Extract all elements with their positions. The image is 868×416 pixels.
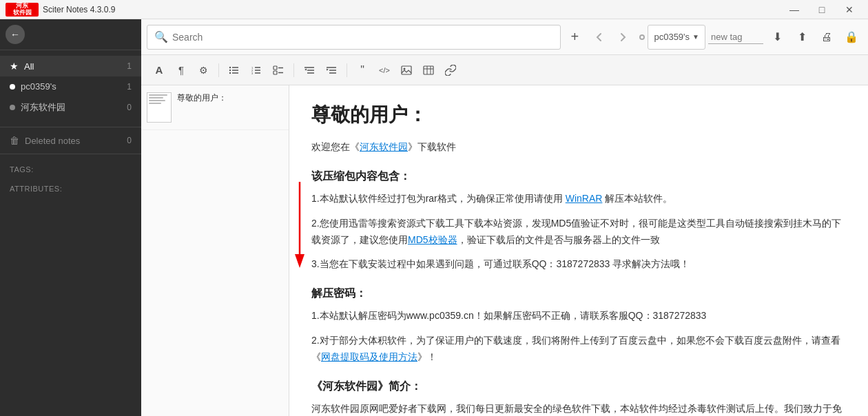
paragraph-icon: ¶ bbox=[178, 64, 184, 76]
svg-rect-12 bbox=[273, 66, 277, 70]
intro3: 河东软件园原网吧爱好者下载网，我们每日更新最安全的绿色软件下载，本站软件均经过杀… bbox=[311, 401, 846, 416]
sidebar-item-deleted[interactable]: 🗑 Deleted notes 0 bbox=[0, 130, 141, 151]
thumb-line bbox=[149, 100, 165, 101]
indent-right-button[interactable] bbox=[322, 61, 341, 80]
svg-point-4 bbox=[229, 69, 231, 70]
sidebar-item-all[interactable]: ★ All 1 bbox=[0, 56, 141, 76]
titlebar-left: 河东软件园 Sciter Notes 4.3.0.9 bbox=[6, 3, 115, 17]
back-icon: ← bbox=[10, 29, 20, 40]
md5-link[interactable]: MD5校验器 bbox=[408, 234, 457, 245]
add-icon: + bbox=[571, 29, 579, 45]
sidebar-deleted-left: 🗑 Deleted notes bbox=[10, 135, 80, 146]
editor-panel[interactable]: 尊敬的用户： 欢迎您在《河东软件园》下载软件 该压缩包内容包含： 1.本站默认软… bbox=[289, 85, 868, 416]
maximize-button[interactable]: □ bbox=[809, 0, 835, 19]
svg-marker-31 bbox=[295, 254, 304, 268]
nav-forward-button[interactable] bbox=[612, 26, 634, 48]
print-button[interactable]: 🖨 bbox=[816, 26, 838, 48]
winrar-link[interactable]: WinRAR bbox=[566, 193, 603, 204]
sidebar-deleted-label: Deleted notes bbox=[25, 136, 80, 146]
nav-back-button[interactable] bbox=[588, 26, 610, 48]
print-icon: 🖨 bbox=[821, 31, 832, 43]
notebook-selector-label: pc0359's bbox=[654, 32, 690, 42]
sidebar-item-pc0359s-left: pc0359's bbox=[10, 81, 56, 92]
unordered-list-button[interactable] bbox=[225, 61, 244, 80]
upload-icon: ⬆ bbox=[798, 30, 807, 43]
paragraph-button[interactable]: ¶ bbox=[172, 61, 191, 80]
toolbar-row: 🔍 + pc0359's ▼ bbox=[141, 19, 868, 55]
note-thumbnail bbox=[147, 92, 172, 123]
item1: 1.本站默认软件经过打包为rar格式，为确保正常使用请使用 WinRAR 解压本… bbox=[311, 191, 846, 207]
sidebar-item-hedong-label: 河东软件园 bbox=[21, 101, 65, 114]
panel-split: 尊敬的用户： 尊敬的用户： 欢迎您在《河东软件园》下载软件 该压缩包内容包含： … bbox=[141, 85, 868, 416]
note-item[interactable]: 尊敬的用户： bbox=[141, 85, 289, 130]
notebook-chevron-icon: ▼ bbox=[692, 33, 699, 41]
section2-title: 解压密码： bbox=[311, 284, 846, 302]
netdisk-link[interactable]: 网盘提取码及使用方法 bbox=[321, 351, 417, 362]
download-icon: ⬇ bbox=[773, 30, 782, 43]
sidebar-item-pc0359s-label: pc0359's bbox=[21, 81, 56, 92]
thumb-line bbox=[149, 94, 167, 96]
thumb-line bbox=[149, 97, 163, 98]
close-button[interactable]: ✕ bbox=[836, 0, 862, 19]
toolbar-sep-1 bbox=[218, 63, 219, 77]
tag-input[interactable] bbox=[708, 30, 763, 44]
toolbar-sep-2 bbox=[293, 63, 294, 77]
lock-icon: 🔒 bbox=[845, 30, 858, 43]
link-button[interactable] bbox=[441, 61, 460, 80]
ordered-list-button[interactable]: 123 bbox=[247, 61, 266, 80]
indent-right-icon bbox=[326, 65, 337, 76]
lock-button[interactable]: 🔒 bbox=[840, 26, 862, 48]
format-settings-button[interactable]: ⚙ bbox=[194, 61, 213, 80]
svg-marker-23 bbox=[327, 68, 329, 70]
table-icon bbox=[423, 65, 434, 76]
notes-list-panel: 尊敬的用户： bbox=[141, 85, 289, 416]
search-box[interactable]: 🔍 bbox=[147, 25, 561, 50]
tags-label: Tags: bbox=[0, 157, 141, 176]
sidebar-item-all-left: ★ All bbox=[10, 61, 34, 72]
code-button[interactable]: </> bbox=[375, 61, 394, 80]
attributes-label: Attributes: bbox=[0, 176, 141, 196]
editor-intro: 欢迎您在《河东软件园》下载软件 bbox=[311, 139, 846, 156]
download-button[interactable]: ⬇ bbox=[766, 26, 788, 48]
sidebar-deleted-count: 0 bbox=[127, 136, 132, 145]
sidebar-header: ← bbox=[0, 19, 141, 50]
todo-list-button[interactable] bbox=[269, 61, 288, 80]
minimize-button[interactable]: — bbox=[781, 0, 807, 19]
blockquote-button[interactable]: " bbox=[353, 61, 372, 80]
svg-rect-26 bbox=[424, 66, 433, 74]
dot-gray-icon bbox=[10, 105, 15, 110]
add-note-button[interactable]: + bbox=[564, 26, 586, 48]
indent-left-button[interactable] bbox=[300, 61, 319, 80]
upload-button[interactable]: ⬆ bbox=[791, 26, 813, 48]
image-icon bbox=[401, 65, 412, 76]
sidebar-divider-2 bbox=[0, 154, 141, 154]
app-logo: 河东软件园 bbox=[6, 3, 39, 17]
formatting-toolbar: A ¶ ⚙ 123 bbox=[141, 55, 868, 85]
table-button[interactable] bbox=[419, 61, 438, 80]
search-input[interactable] bbox=[172, 32, 553, 43]
toolbar-right-icons: ⬇ ⬆ 🖨 🔒 bbox=[766, 26, 862, 48]
trash-icon: 🗑 bbox=[10, 135, 19, 146]
sidebar-item-pc0359s[interactable]: pc0359's 1 bbox=[0, 76, 141, 96]
hedong-link-1[interactable]: 河东软件园 bbox=[360, 141, 408, 152]
code-icon: </> bbox=[379, 66, 390, 74]
sync-dot bbox=[639, 34, 645, 40]
image-button[interactable] bbox=[397, 61, 416, 80]
sync-indicator bbox=[639, 34, 645, 40]
notebook-selector[interactable]: pc0359's ▼ bbox=[648, 25, 705, 50]
item3: 3.当您在下载安装过程中如果遇到问题，可通过联系QQ：3187272833 寻求… bbox=[311, 256, 846, 273]
sidebar-item-pc0359s-count: 1 bbox=[127, 82, 132, 92]
pwd2: 2.对于部分大体积软件，为了保证用户的下载速度，我们将附件上传到了百度云盘中，如… bbox=[311, 333, 846, 366]
sidebar-item-hedong[interactable]: 河东软件园 0 bbox=[0, 96, 141, 118]
indent-left-icon bbox=[304, 65, 315, 76]
svg-text:3: 3 bbox=[251, 71, 254, 74]
font-button[interactable]: A bbox=[149, 61, 169, 80]
section3-title: 《河东软件园》简介： bbox=[311, 377, 846, 395]
todo-icon bbox=[273, 65, 284, 76]
sidebar-item-hedong-count: 0 bbox=[127, 103, 132, 112]
toolbar-sep-3 bbox=[347, 63, 347, 77]
svg-rect-14 bbox=[273, 71, 277, 74]
nav-forward-icon bbox=[617, 32, 628, 43]
back-button[interactable]: ← bbox=[6, 25, 25, 44]
titlebar: 河东软件园 Sciter Notes 4.3.0.9 — □ ✕ bbox=[0, 0, 868, 19]
